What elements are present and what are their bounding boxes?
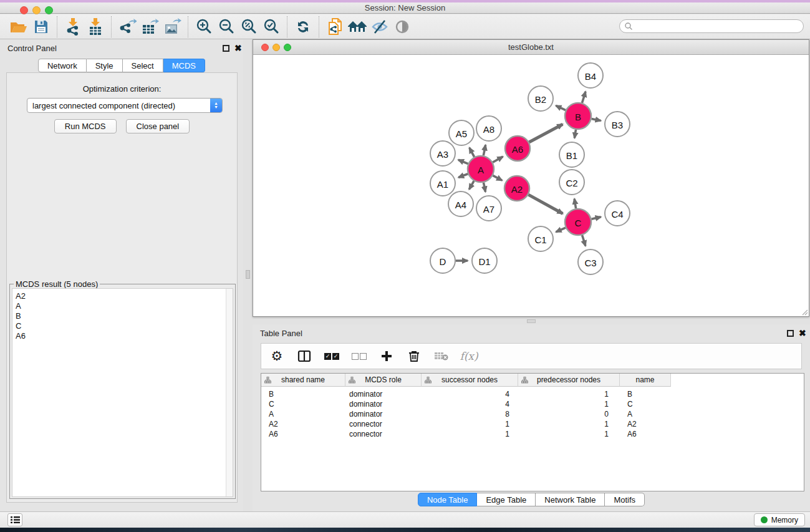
network-window-titlebar[interactable]: testGlobe.txt	[253, 40, 809, 55]
node-A1[interactable]: A1	[430, 171, 455, 196]
add-icon[interactable]	[377, 347, 396, 365]
float-table-panel-icon[interactable]	[787, 330, 794, 337]
mcds-result-list[interactable]: A2ABCA6	[12, 288, 233, 497]
import-table-icon[interactable]	[84, 16, 107, 38]
close-panel-button[interactable]: Close panel	[126, 119, 190, 133]
node-A2[interactable]: A2	[504, 176, 529, 201]
export-network-icon[interactable]	[116, 16, 138, 38]
edge-C-C4[interactable]	[591, 217, 600, 219]
edge-A-A3[interactable]	[458, 160, 468, 163]
node-B3[interactable]: B3	[605, 112, 630, 137]
tab-mcds[interactable]: MCDS	[163, 59, 205, 72]
column-header-mcds-role[interactable]: MCDS role	[345, 374, 422, 387]
open-session-icon[interactable]	[7, 16, 30, 38]
node-B[interactable]: B	[565, 103, 591, 129]
node-B4[interactable]: B4	[578, 63, 603, 88]
export-image-icon[interactable]	[161, 16, 183, 38]
edge-B-B3[interactable]	[592, 118, 601, 120]
export-table-icon[interactable]	[138, 16, 161, 38]
vertical-splitter-grip[interactable]	[246, 270, 250, 279]
node-C4[interactable]: C4	[605, 201, 630, 226]
edge-A-A5[interactable]	[470, 148, 475, 157]
table-row[interactable]: A2connector11A2	[261, 419, 804, 429]
close-table-panel-icon[interactable]: ✖	[799, 328, 806, 338]
mcds-result-item[interactable]: B	[16, 311, 233, 321]
tab-node-table[interactable]: Node Table	[418, 493, 478, 506]
node-A5[interactable]: A5	[449, 120, 474, 145]
tab-network[interactable]: Network	[38, 59, 87, 72]
zoom-in-icon[interactable]	[193, 16, 215, 38]
edge-B-B2[interactable]	[556, 105, 566, 110]
node-A7[interactable]: A7	[476, 196, 501, 221]
column-header-name[interactable]: name	[620, 374, 671, 387]
node-A[interactable]: A	[468, 156, 494, 182]
network-file-icon[interactable]	[324, 16, 346, 38]
mcds-result-item[interactable]: C	[16, 321, 233, 331]
column-header-predecessor-nodes[interactable]: predecessor nodes	[518, 374, 620, 387]
eye-icon[interactable]	[391, 16, 413, 38]
edge-B-B4[interactable]	[582, 92, 586, 103]
table-settings-icon[interactable]: ⚙	[268, 347, 286, 365]
show-columns-icon[interactable]	[295, 347, 314, 365]
table-row[interactable]: Bdominator41B	[261, 389, 804, 399]
edge-C-C3[interactable]	[582, 235, 586, 246]
select-all-icon[interactable]: ✓✓	[322, 347, 341, 365]
result-scrollbar[interactable]	[226, 289, 233, 496]
zoom-fit-icon[interactable]	[238, 16, 260, 38]
edge-A-A4[interactable]	[469, 181, 474, 189]
table-row[interactable]: A6connector11A6	[261, 429, 804, 439]
edge-A2-C[interactable]	[528, 195, 562, 213]
home-icon[interactable]	[346, 16, 369, 38]
search-field[interactable]	[619, 19, 804, 33]
network-canvas[interactable]: B4B2BB3A8A5A6B1A3AC2A1A2A4A7C4CC1C3DD1	[253, 55, 809, 316]
hide-panel-icon[interactable]	[369, 16, 391, 38]
table-row[interactable]: Cdominator41C	[261, 399, 804, 409]
node-D1[interactable]: D1	[472, 248, 497, 273]
edge-B-B1[interactable]	[574, 130, 576, 138]
node-B2[interactable]: B2	[528, 86, 553, 111]
node-A8[interactable]: A8	[476, 116, 501, 141]
tab-motifs[interactable]: Motifs	[605, 493, 645, 506]
node-C3[interactable]: C3	[578, 249, 603, 274]
task-history-button[interactable]	[7, 513, 22, 526]
import-network-icon[interactable]	[62, 16, 84, 38]
zoom-selected-icon[interactable]	[260, 16, 282, 38]
edge-A6-B[interactable]	[529, 124, 563, 142]
search-input[interactable]	[633, 21, 803, 32]
edge-A-A1[interactable]	[458, 174, 468, 178]
float-panel-icon[interactable]	[223, 45, 229, 52]
node-C1[interactable]: C1	[528, 226, 553, 251]
edge-A-A7[interactable]	[483, 183, 485, 192]
node-C[interactable]: C	[565, 209, 591, 235]
node-A6[interactable]: A6	[505, 136, 530, 161]
run-mcds-button[interactable]: Run MCDS	[54, 119, 117, 133]
node-D[interactable]: D	[430, 248, 455, 273]
close-panel-icon[interactable]: ✖	[234, 43, 242, 53]
tab-edge-table[interactable]: Edge Table	[477, 493, 536, 506]
node-B1[interactable]: B1	[559, 142, 584, 167]
resize-grip-icon[interactable]	[801, 308, 808, 316]
delete-icon[interactable]	[405, 347, 423, 365]
edge-C-C2[interactable]	[574, 199, 576, 209]
edge-A-A8[interactable]	[483, 145, 485, 155]
deselect-all-icon[interactable]	[350, 347, 369, 365]
tab-network-table[interactable]: Network Table	[536, 493, 605, 506]
memory-button[interactable]: Memory	[754, 513, 805, 526]
mcds-result-item[interactable]: A	[16, 301, 233, 311]
tab-style[interactable]: Style	[87, 59, 123, 72]
node-A4[interactable]: A4	[448, 191, 473, 216]
column-header-successor-nodes[interactable]: successor nodes	[422, 374, 518, 387]
edge-C-C1[interactable]	[556, 228, 566, 232]
edge-A-A6[interactable]	[493, 157, 503, 162]
column-header-shared-name[interactable]: shared name	[261, 374, 345, 387]
mcds-result-item[interactable]: A2	[16, 291, 233, 301]
zoom-out-icon[interactable]	[215, 16, 238, 38]
edge-A-A2[interactable]	[493, 175, 502, 180]
criterion-dropdown[interactable]: largest connected component (directed) ▲…	[27, 98, 223, 113]
tab-select[interactable]: Select	[123, 59, 163, 72]
table-row[interactable]: Adominator80A	[261, 409, 804, 419]
mcds-result-item[interactable]: A6	[16, 331, 233, 341]
save-session-icon[interactable]	[30, 16, 52, 38]
node-C2[interactable]: C2	[559, 170, 584, 195]
refresh-icon[interactable]	[292, 16, 314, 38]
